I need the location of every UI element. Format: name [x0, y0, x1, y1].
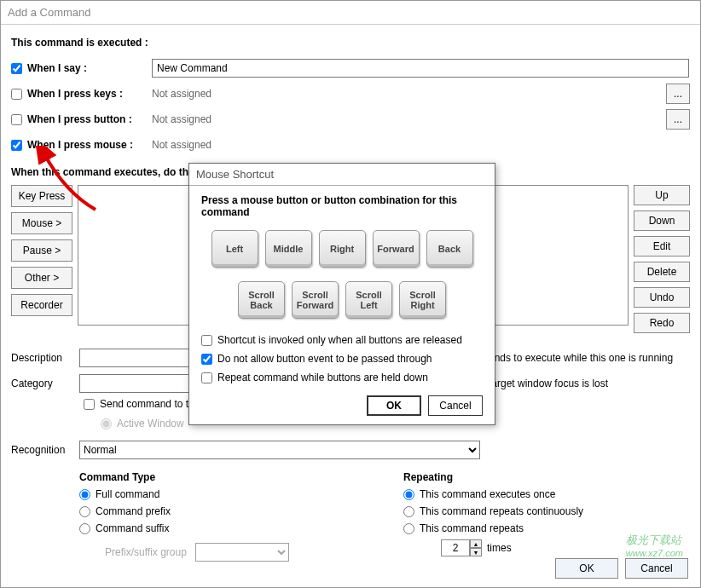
- mouse-key-forward[interactable]: Forward: [373, 230, 420, 268]
- edit-button[interactable]: Edit: [634, 236, 690, 257]
- prefix-suffix-group-select: [195, 543, 289, 562]
- trigger-keys-value: Not assigned: [152, 88, 661, 100]
- recognition-select[interactable]: Normal: [79, 441, 480, 459]
- category-label: Category: [11, 378, 79, 389]
- trigger-button-value: Not assigned: [152, 113, 661, 125]
- side-column: Up Down Edit Delete Undo Redo: [634, 185, 690, 333]
- command-prefix-radio[interactable]: [79, 506, 90, 517]
- dialog-title: Mouse Shortcut: [196, 168, 274, 181]
- other-menu-button[interactable]: Other >: [11, 267, 72, 289]
- delete-button[interactable]: Delete: [634, 262, 690, 282]
- command-suffix-label: Command suffix: [96, 522, 169, 534]
- trigger-mouse-checkbox[interactable]: [11, 140, 22, 151]
- repeat-n-spinner[interactable]: ▲▼: [441, 539, 482, 556]
- ok-button[interactable]: OK: [555, 558, 618, 579]
- watermark-main: 极光下载站: [626, 533, 681, 546]
- trigger-mouse-label: When I press mouse :: [27, 139, 133, 151]
- opt-release-checkbox[interactable]: [201, 335, 212, 346]
- mouse-key-scroll-right[interactable]: Scroll Right: [399, 281, 446, 319]
- command-suffix-radio[interactable]: [79, 523, 90, 534]
- opt-no-passthrough-label: Do not allow button event to be passed t…: [217, 353, 432, 365]
- mouse-key-back[interactable]: Back: [426, 230, 473, 268]
- repeat-n-radio[interactable]: [403, 523, 414, 534]
- trigger-say-row: When I say :: [11, 55, 690, 81]
- opt-release-label: Shortcut is invoked only when all button…: [217, 334, 462, 346]
- command-type-header: Command Type: [79, 471, 403, 483]
- redo-button[interactable]: Redo: [634, 313, 690, 333]
- active-window-label: Active Window: [117, 418, 184, 429]
- mouse-key-left[interactable]: Left: [211, 230, 258, 268]
- repeat-cont-label: This command repeats continuously: [420, 505, 583, 517]
- spin-up-icon[interactable]: ▲: [470, 539, 482, 548]
- trigger-keys-row: When I press keys : Not assigned ...: [11, 81, 690, 107]
- trigger-keys-checkbox[interactable]: [11, 89, 22, 100]
- trigger-keys-label: When I press keys :: [27, 88, 123, 100]
- undo-button[interactable]: Undo: [634, 287, 690, 308]
- command-prefix-label: Command prefix: [96, 505, 171, 517]
- trigger-mouse-value: Not assigned: [152, 139, 690, 151]
- recognition-label: Recognition: [11, 444, 79, 456]
- mouse-key-scroll-forward[interactable]: Scroll Forward: [292, 281, 339, 319]
- full-command-label: Full command: [96, 488, 159, 500]
- trigger-say-label: When I say :: [27, 62, 87, 74]
- allow-other-text: ands to execute while this one is runnin…: [489, 352, 673, 364]
- window-titlebar: Add a Command: [1, 1, 700, 25]
- prefix-suffix-group-label: Prefix/suffix group: [105, 546, 187, 558]
- trigger-keys-assign-button[interactable]: ...: [666, 84, 690, 104]
- trigger-button-row: When I press button : Not assigned ...: [11, 107, 690, 132]
- opt-repeat-held-checkbox[interactable]: [201, 372, 212, 383]
- send-command-checkbox[interactable]: [84, 399, 95, 410]
- down-button[interactable]: Down: [634, 210, 690, 231]
- full-command-radio[interactable]: [79, 489, 90, 500]
- repeat-n-label: This command repeats: [420, 522, 524, 534]
- dialog-titlebar: Mouse Shortcut: [189, 164, 495, 186]
- pause-menu-button[interactable]: Pause >: [11, 239, 72, 262]
- keypress-button[interactable]: Key Press: [11, 185, 72, 207]
- spin-down-icon[interactable]: ▼: [470, 548, 482, 556]
- repeat-once-label: This command executes once: [420, 488, 555, 500]
- watermark: 极光下载站 www.xz7.com: [626, 533, 683, 558]
- times-label: times: [487, 542, 512, 554]
- triggers-header: This command is executed :: [11, 37, 690, 49]
- repeat-cont-radio[interactable]: [403, 506, 414, 517]
- repeating-header: Repeating: [403, 471, 690, 483]
- mouse-key-scroll-back[interactable]: Scroll Back: [238, 281, 285, 319]
- opt-no-passthrough-checkbox[interactable]: [201, 354, 212, 365]
- action-column: Key Press Mouse > Pause > Other > Record…: [11, 185, 72, 333]
- trigger-say-input[interactable]: [152, 59, 689, 78]
- mouse-key-middle[interactable]: Middle: [265, 230, 312, 268]
- description-label: Description: [11, 352, 79, 364]
- dialog-instruction: Press a mouse button or button combinati…: [201, 194, 483, 218]
- window-title: Add a Command: [8, 6, 91, 19]
- repeat-n-value[interactable]: [441, 539, 470, 556]
- trigger-button-assign-button[interactable]: ...: [666, 109, 690, 130]
- mouse-menu-button[interactable]: Mouse >: [11, 212, 72, 234]
- mouse-key-scroll-left[interactable]: Scroll Left: [345, 281, 392, 319]
- dialog-ok-button[interactable]: OK: [367, 395, 421, 416]
- dialog-cancel-button[interactable]: Cancel: [428, 395, 483, 416]
- up-button[interactable]: Up: [634, 185, 690, 205]
- send-command-label: Send command to this: [100, 398, 201, 410]
- trigger-button-label: When I press button :: [27, 113, 132, 125]
- active-window-radio: [101, 418, 112, 429]
- mouse-key-right[interactable]: Right: [319, 230, 366, 268]
- stop-focus-text: target window focus is lost: [489, 378, 608, 389]
- opt-repeat-held-label: Repeat command while buttons are held do…: [217, 372, 428, 383]
- trigger-button-checkbox[interactable]: [11, 114, 22, 125]
- repeat-once-radio[interactable]: [403, 489, 414, 500]
- recorder-button[interactable]: Recorder: [11, 294, 72, 316]
- trigger-say-checkbox[interactable]: [11, 63, 22, 74]
- watermark-sub: www.xz7.com: [626, 548, 683, 558]
- cancel-button[interactable]: Cancel: [625, 558, 688, 579]
- trigger-mouse-row: When I press mouse : Not assigned: [11, 132, 690, 158]
- mouse-shortcut-dialog: Mouse Shortcut Press a mouse button or b…: [188, 163, 495, 425]
